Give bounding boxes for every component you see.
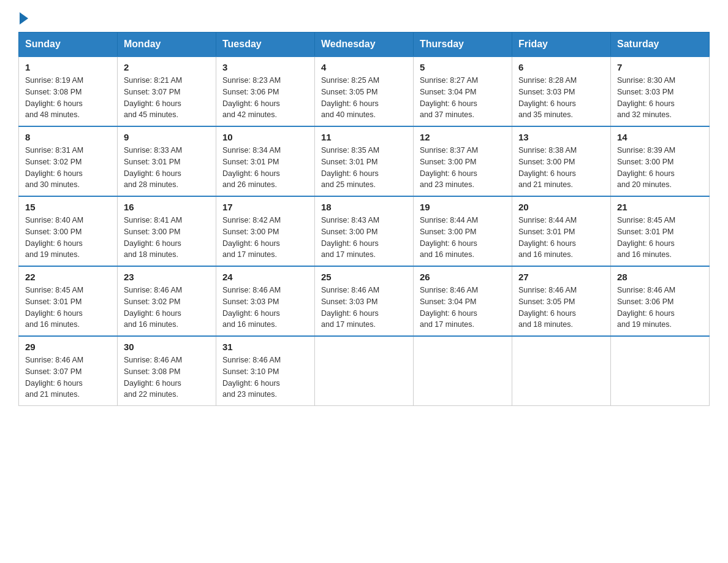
day-number: 8 <box>25 132 111 142</box>
day-info: Sunrise: 8:46 AMSunset: 3:03 PMDaylight:… <box>222 285 308 331</box>
day-info: Sunrise: 8:34 AMSunset: 3:01 PMDaylight:… <box>222 145 308 191</box>
calendar-cell <box>512 336 611 406</box>
header-thursday: Thursday <box>414 33 512 57</box>
day-number: 16 <box>124 202 210 212</box>
header-tuesday: Tuesday <box>216 33 315 57</box>
calendar-cell: 24Sunrise: 8:46 AMSunset: 3:03 PMDayligh… <box>216 266 315 336</box>
day-number: 11 <box>321 132 407 142</box>
calendar-cell: 30Sunrise: 8:46 AMSunset: 3:08 PMDayligh… <box>118 336 216 406</box>
day-info: Sunrise: 8:39 AMSunset: 3:00 PMDaylight:… <box>617 145 703 191</box>
day-info: Sunrise: 8:41 AMSunset: 3:00 PMDaylight:… <box>124 215 210 261</box>
header-saturday: Saturday <box>611 33 710 57</box>
day-number: 14 <box>617 132 703 142</box>
calendar-cell: 23Sunrise: 8:46 AMSunset: 3:02 PMDayligh… <box>118 266 216 336</box>
day-number: 21 <box>617 202 703 212</box>
day-number: 25 <box>321 272 407 282</box>
day-info: Sunrise: 8:44 AMSunset: 3:01 PMDaylight:… <box>518 215 604 261</box>
calendar-cell <box>315 336 414 406</box>
day-info: Sunrise: 8:23 AMSunset: 3:06 PMDaylight:… <box>222 75 308 121</box>
day-number: 28 <box>617 272 703 282</box>
calendar-cell: 11Sunrise: 8:35 AMSunset: 3:01 PMDayligh… <box>315 126 414 196</box>
calendar-cell: 20Sunrise: 8:44 AMSunset: 3:01 PMDayligh… <box>512 196 611 266</box>
day-number: 22 <box>25 272 111 282</box>
day-number: 7 <box>617 62 703 72</box>
calendar-cell: 16Sunrise: 8:41 AMSunset: 3:00 PMDayligh… <box>118 196 216 266</box>
day-info: Sunrise: 8:42 AMSunset: 3:00 PMDaylight:… <box>222 215 308 261</box>
day-number: 24 <box>222 272 308 282</box>
calendar-cell: 19Sunrise: 8:44 AMSunset: 3:00 PMDayligh… <box>414 196 512 266</box>
day-number: 30 <box>124 342 210 352</box>
day-info: Sunrise: 8:27 AMSunset: 3:04 PMDaylight:… <box>420 75 506 121</box>
calendar-week-row: 8Sunrise: 8:31 AMSunset: 3:02 PMDaylight… <box>19 126 710 196</box>
calendar-week-row: 1Sunrise: 8:19 AMSunset: 3:08 PMDaylight… <box>19 56 710 126</box>
calendar-week-row: 15Sunrise: 8:40 AMSunset: 3:00 PMDayligh… <box>19 196 710 266</box>
calendar-cell: 15Sunrise: 8:40 AMSunset: 3:00 PMDayligh… <box>19 196 118 266</box>
calendar-cell: 10Sunrise: 8:34 AMSunset: 3:01 PMDayligh… <box>216 126 315 196</box>
day-info: Sunrise: 8:38 AMSunset: 3:00 PMDaylight:… <box>518 145 604 191</box>
header-sunday: Sunday <box>19 33 118 57</box>
day-number: 31 <box>222 342 308 352</box>
day-info: Sunrise: 8:33 AMSunset: 3:01 PMDaylight:… <box>124 145 210 191</box>
day-number: 26 <box>420 272 506 282</box>
calendar-cell: 26Sunrise: 8:46 AMSunset: 3:04 PMDayligh… <box>414 266 512 336</box>
day-number: 6 <box>518 62 604 72</box>
day-info: Sunrise: 8:25 AMSunset: 3:05 PMDaylight:… <box>321 75 407 121</box>
logo <box>18 12 28 26</box>
day-number: 5 <box>420 62 506 72</box>
day-number: 15 <box>25 202 111 212</box>
calendar-cell: 18Sunrise: 8:43 AMSunset: 3:00 PMDayligh… <box>315 196 414 266</box>
calendar-cell: 1Sunrise: 8:19 AMSunset: 3:08 PMDaylight… <box>19 56 118 126</box>
day-number: 29 <box>25 342 111 352</box>
calendar-cell: 17Sunrise: 8:42 AMSunset: 3:00 PMDayligh… <box>216 196 315 266</box>
calendar-cell: 12Sunrise: 8:37 AMSunset: 3:00 PMDayligh… <box>414 126 512 196</box>
day-info: Sunrise: 8:28 AMSunset: 3:03 PMDaylight:… <box>518 75 604 121</box>
day-number: 2 <box>124 62 210 72</box>
day-number: 9 <box>124 132 210 142</box>
day-info: Sunrise: 8:45 AMSunset: 3:01 PMDaylight:… <box>25 285 111 331</box>
day-info: Sunrise: 8:46 AMSunset: 3:05 PMDaylight:… <box>518 285 604 331</box>
day-number: 12 <box>420 132 506 142</box>
calendar-week-row: 29Sunrise: 8:46 AMSunset: 3:07 PMDayligh… <box>19 336 710 406</box>
calendar-cell: 9Sunrise: 8:33 AMSunset: 3:01 PMDaylight… <box>118 126 216 196</box>
page-header <box>18 12 710 26</box>
calendar-cell: 31Sunrise: 8:46 AMSunset: 3:10 PMDayligh… <box>216 336 315 406</box>
calendar-cell <box>414 336 512 406</box>
day-info: Sunrise: 8:46 AMSunset: 3:07 PMDaylight:… <box>25 354 111 400</box>
day-number: 23 <box>124 272 210 282</box>
calendar-cell: 28Sunrise: 8:46 AMSunset: 3:06 PMDayligh… <box>611 266 710 336</box>
day-number: 19 <box>420 202 506 212</box>
day-info: Sunrise: 8:40 AMSunset: 3:00 PMDaylight:… <box>25 215 111 261</box>
day-info: Sunrise: 8:46 AMSunset: 3:08 PMDaylight:… <box>124 354 210 400</box>
day-number: 20 <box>518 202 604 212</box>
calendar-cell <box>611 336 710 406</box>
calendar-cell: 6Sunrise: 8:28 AMSunset: 3:03 PMDaylight… <box>512 56 611 126</box>
header-wednesday: Wednesday <box>315 33 414 57</box>
day-info: Sunrise: 8:46 AMSunset: 3:04 PMDaylight:… <box>420 285 506 331</box>
calendar-week-row: 22Sunrise: 8:45 AMSunset: 3:01 PMDayligh… <box>19 266 710 336</box>
day-info: Sunrise: 8:44 AMSunset: 3:00 PMDaylight:… <box>420 215 506 261</box>
calendar-cell: 22Sunrise: 8:45 AMSunset: 3:01 PMDayligh… <box>19 266 118 336</box>
day-info: Sunrise: 8:46 AMSunset: 3:10 PMDaylight:… <box>222 354 308 400</box>
calendar-table: SundayMondayTuesdayWednesdayThursdayFrid… <box>18 32 710 406</box>
day-number: 27 <box>518 272 604 282</box>
day-info: Sunrise: 8:35 AMSunset: 3:01 PMDaylight:… <box>321 145 407 191</box>
calendar-cell: 2Sunrise: 8:21 AMSunset: 3:07 PMDaylight… <box>118 56 216 126</box>
day-number: 3 <box>222 62 308 72</box>
calendar-cell: 25Sunrise: 8:46 AMSunset: 3:03 PMDayligh… <box>315 266 414 336</box>
calendar-cell: 29Sunrise: 8:46 AMSunset: 3:07 PMDayligh… <box>19 336 118 406</box>
day-number: 13 <box>518 132 604 142</box>
calendar-cell: 5Sunrise: 8:27 AMSunset: 3:04 PMDaylight… <box>414 56 512 126</box>
day-number: 4 <box>321 62 407 72</box>
day-info: Sunrise: 8:21 AMSunset: 3:07 PMDaylight:… <box>124 75 210 121</box>
day-info: Sunrise: 8:46 AMSunset: 3:03 PMDaylight:… <box>321 285 407 331</box>
calendar-cell: 4Sunrise: 8:25 AMSunset: 3:05 PMDaylight… <box>315 56 414 126</box>
calendar-cell: 8Sunrise: 8:31 AMSunset: 3:02 PMDaylight… <box>19 126 118 196</box>
calendar-cell: 3Sunrise: 8:23 AMSunset: 3:06 PMDaylight… <box>216 56 315 126</box>
calendar-cell: 21Sunrise: 8:45 AMSunset: 3:01 PMDayligh… <box>611 196 710 266</box>
day-number: 10 <box>222 132 308 142</box>
day-info: Sunrise: 8:31 AMSunset: 3:02 PMDaylight:… <box>25 145 111 191</box>
logo-arrow-icon <box>20 12 28 25</box>
day-number: 1 <box>25 62 111 72</box>
header-monday: Monday <box>118 33 216 57</box>
day-number: 18 <box>321 202 407 212</box>
